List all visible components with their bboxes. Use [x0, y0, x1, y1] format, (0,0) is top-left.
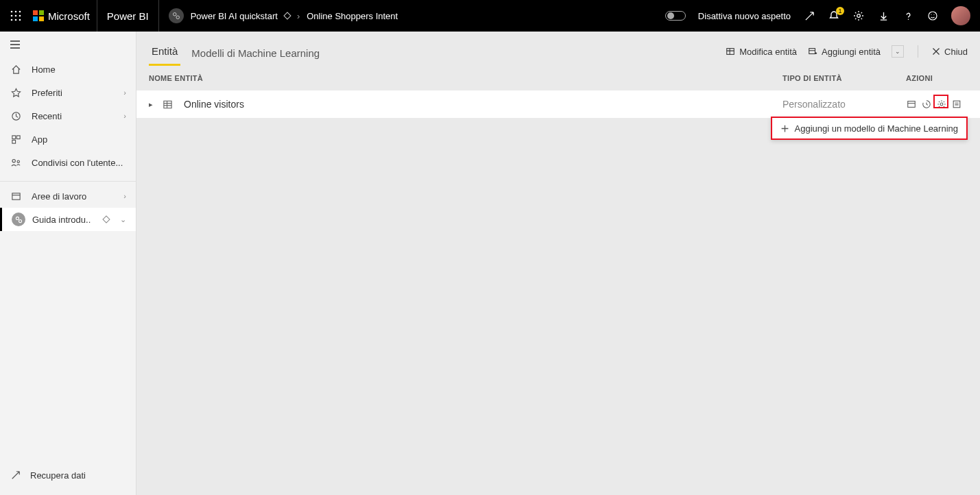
- user-avatar[interactable]: [951, 6, 970, 25]
- add-entities-dropdown[interactable]: ⌄: [892, 45, 904, 58]
- table-edit-icon: [726, 47, 735, 56]
- close-button[interactable]: Chiud: [932, 47, 968, 57]
- get-data-button[interactable]: Recupera dati: [0, 463, 136, 487]
- svg-point-2: [19, 11, 21, 13]
- shared-icon: [10, 158, 22, 168]
- get-data-icon: [10, 470, 22, 480]
- svg-point-13: [929, 12, 937, 20]
- svg-point-10: [176, 16, 180, 19]
- tab-ml-label: Modelli di Machine Learning: [191, 47, 320, 59]
- svg-point-7: [15, 19, 17, 21]
- highlight-ml-action: [933, 95, 948, 108]
- sidebar-toggle[interactable]: [0, 32, 136, 58]
- expand-caret-icon[interactable]: ▸: [149, 100, 158, 109]
- notifications-icon[interactable]: 1: [828, 10, 840, 22]
- nav-favorites-label: Preferiti: [32, 88, 62, 98]
- notification-badge: 1: [836, 7, 844, 15]
- svg-rect-28: [908, 101, 916, 108]
- svg-point-23: [16, 217, 19, 219]
- app-launcher-icon[interactable]: [0, 10, 32, 21]
- nav-workspaces[interactable]: Aree di lavoro ›: [0, 184, 136, 208]
- svg-rect-30: [953, 101, 960, 108]
- svg-rect-17: [12, 135, 15, 138]
- svg-point-11: [857, 14, 861, 18]
- svg-point-21: [17, 160, 19, 162]
- body-wrap: Home Preferiti › Recenti › App Condivisi…: [0, 32, 980, 495]
- table-icon: [163, 99, 173, 110]
- svg-rect-26: [809, 49, 815, 54]
- entity-table-header: NOME ENTITÀ TIPO DI ENTITÀ AZIONI: [136, 66, 980, 90]
- powerbi-brand-label: Power BI: [107, 10, 149, 22]
- toggle-label: Disattiva nuovo aspetto: [698, 11, 791, 21]
- feedback-smile-icon[interactable]: [927, 10, 939, 22]
- nav-shared-label: Condivisi con l'utente...: [32, 158, 123, 168]
- nav-app[interactable]: App: [0, 128, 136, 151]
- nav-recent[interactable]: Recenti ›: [0, 104, 136, 128]
- svg-point-3: [11, 15, 13, 17]
- edit-entities-label: Modifica entità: [739, 47, 797, 57]
- tab-entities[interactable]: Entità: [149, 45, 180, 66]
- nav-home[interactable]: Home: [0, 58, 136, 81]
- app-icon: [10, 134, 22, 145]
- svg-point-0: [11, 11, 13, 13]
- main-tabs-header: Entità Modelli di Machine Learning Modif…: [136, 32, 980, 66]
- settings-gear-icon[interactable]: [852, 10, 865, 22]
- ms-logo-icon: [33, 10, 44, 21]
- workspace-current-label: Guida introdu..: [32, 215, 91, 225]
- svg-point-6: [11, 19, 13, 21]
- svg-point-5: [19, 15, 21, 17]
- svg-point-14: [931, 14, 931, 15]
- premium-diamond-icon: [283, 12, 291, 19]
- action-properties-icon[interactable]: [951, 99, 962, 110]
- table-add-icon: [808, 47, 817, 56]
- nav-favorites[interactable]: Preferiti ›: [0, 81, 136, 104]
- entity-row[interactable]: ▸ Online visitors Personalizzato: [136, 90, 980, 118]
- workspaces-icon: [10, 191, 22, 202]
- svg-point-15: [933, 14, 934, 15]
- chevron-right-icon: ›: [123, 192, 126, 200]
- plus-icon: [780, 124, 789, 133]
- tab-ml-models[interactable]: Modelli di Machine Learning: [189, 47, 322, 66]
- download-icon[interactable]: [877, 10, 889, 22]
- svg-rect-18: [16, 135, 20, 138]
- add-entities-label: Aggiungi entità: [822, 47, 881, 57]
- microsoft-logo[interactable]: Microsoft: [32, 0, 97, 32]
- fullscreen-icon[interactable]: [803, 10, 815, 22]
- nav-shared[interactable]: Condivisi con l'utente...: [0, 151, 136, 174]
- nav-app-label: App: [32, 134, 47, 145]
- clock-icon: [10, 111, 22, 121]
- powerbi-brand[interactable]: Power BI: [97, 0, 159, 32]
- svg-point-1: [15, 11, 17, 13]
- get-data-label: Recupera dati: [30, 470, 86, 481]
- premium-diamond-icon: [102, 215, 110, 223]
- add-entities-button[interactable]: Aggiungi entità: [808, 47, 881, 57]
- workspace-avatar-icon: [169, 8, 184, 23]
- edit-entities-button[interactable]: Modifica entità: [726, 47, 797, 57]
- sidebar: Home Preferiti › Recenti › App Condivisi…: [0, 32, 136, 495]
- sidebar-section: Aree di lavoro › Guida introdu.. ⌄: [0, 181, 136, 231]
- chevron-down-icon: ⌄: [120, 215, 126, 224]
- add-ml-model-popup[interactable]: Aggiungi un modello di Machine Learning: [771, 117, 968, 140]
- workspace-icon: [12, 213, 25, 226]
- tab-entities-label: Entità: [152, 45, 178, 57]
- new-look-toggle[interactable]: [665, 11, 686, 21]
- workspace-current[interactable]: Guida introdu.. ⌄: [0, 208, 136, 231]
- chevron-right-icon: ›: [123, 88, 126, 97]
- breadcrumb-workspace[interactable]: Power BI AI quickstart: [191, 11, 278, 21]
- close-label: Chiud: [944, 47, 968, 57]
- breadcrumb-item[interactable]: Online Shoppers Intent: [307, 11, 398, 21]
- star-icon: [10, 88, 22, 98]
- col-header-actions: AZIONI: [906, 74, 968, 82]
- top-bar: Microsoft Power BI Power BI AI quickstar…: [0, 0, 980, 32]
- microsoft-text: Microsoft: [48, 10, 90, 22]
- help-icon[interactable]: [902, 10, 914, 22]
- breadcrumb: Power BI AI quickstart › Online Shoppers…: [159, 8, 398, 23]
- svg-point-24: [19, 219, 21, 222]
- svg-rect-22: [12, 193, 19, 199]
- action-ml-icon[interactable]: [921, 99, 932, 110]
- header-actions: Modifica entità Aggiungi entità ⌄ Chiud: [726, 45, 968, 66]
- home-icon: [10, 64, 22, 75]
- col-header-type: TIPO DI ENTITÀ: [782, 74, 906, 82]
- svg-point-12: [907, 19, 909, 20]
- action-preview-icon[interactable]: [906, 99, 917, 110]
